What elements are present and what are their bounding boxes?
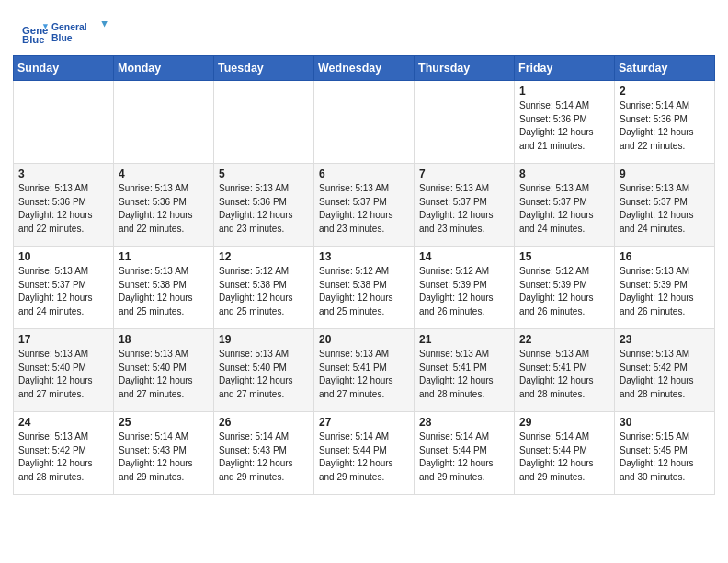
week-row-3: 10Sunrise: 5:13 AMSunset: 5:37 PMDayligh… [14, 247, 715, 329]
day-cell: 17Sunrise: 5:13 AMSunset: 5:40 PMDayligh… [14, 329, 114, 412]
day-cell: 15Sunrise: 5:12 AMSunset: 5:39 PMDayligh… [515, 247, 615, 329]
day-info: Sunrise: 5:13 AMSunset: 5:37 PMDaylight:… [519, 182, 609, 236]
day-cell [114, 81, 214, 164]
day-cell: 9Sunrise: 5:13 AMSunset: 5:37 PMDaylight… [615, 164, 715, 247]
day-number: 27 [319, 416, 409, 429]
day-info: Sunrise: 5:13 AMSunset: 5:36 PMDaylight:… [119, 182, 209, 236]
day-number: 8 [519, 167, 609, 180]
day-info: Sunrise: 5:14 AMSunset: 5:44 PMDaylight:… [319, 431, 409, 484]
day-cell: 1Sunrise: 5:14 AMSunset: 5:36 PMDaylight… [515, 81, 615, 164]
day-number: 7 [419, 167, 509, 180]
day-number: 22 [519, 333, 609, 346]
day-cell [14, 81, 114, 164]
day-number: 12 [219, 250, 309, 263]
day-info: Sunrise: 5:12 AMSunset: 5:38 PMDaylight:… [319, 265, 409, 318]
header-cell-sunday: Sunday [14, 56, 114, 81]
day-cell: 11Sunrise: 5:13 AMSunset: 5:38 PMDayligh… [114, 247, 214, 329]
day-number: 10 [18, 250, 108, 263]
day-cell: 23Sunrise: 5:13 AMSunset: 5:42 PMDayligh… [615, 329, 715, 412]
day-number: 26 [219, 416, 309, 429]
day-number: 20 [319, 333, 409, 346]
day-number: 24 [18, 416, 108, 429]
day-cell: 29Sunrise: 5:14 AMSunset: 5:44 PMDayligh… [515, 412, 615, 495]
day-number: 6 [319, 167, 409, 180]
day-info: Sunrise: 5:13 AMSunset: 5:40 PMDaylight:… [219, 348, 309, 401]
day-info: Sunrise: 5:12 AMSunset: 5:39 PMDaylight:… [519, 265, 609, 318]
svg-text:Blue: Blue [51, 33, 73, 43]
day-info: Sunrise: 5:13 AMSunset: 5:40 PMDaylight:… [18, 348, 108, 401]
day-number: 18 [119, 333, 209, 346]
calendar-wrapper: SundayMondayTuesdayWednesdayThursdayFrid… [0, 55, 728, 508]
day-number: 19 [219, 333, 309, 346]
day-cell: 6Sunrise: 5:13 AMSunset: 5:37 PMDaylight… [314, 164, 415, 247]
day-number: 2 [620, 85, 710, 98]
day-cell: 7Sunrise: 5:13 AMSunset: 5:37 PMDaylight… [415, 164, 515, 247]
day-info: Sunrise: 5:13 AMSunset: 5:42 PMDaylight:… [18, 431, 108, 484]
day-number: 17 [18, 333, 108, 346]
day-cell: 18Sunrise: 5:13 AMSunset: 5:40 PMDayligh… [114, 329, 214, 412]
header-cell-saturday: Saturday [615, 56, 715, 81]
day-number: 3 [18, 167, 108, 180]
day-cell: 26Sunrise: 5:14 AMSunset: 5:43 PMDayligh… [214, 412, 314, 495]
day-info: Sunrise: 5:14 AMSunset: 5:44 PMDaylight:… [419, 431, 509, 484]
day-number: 21 [419, 333, 509, 346]
day-number: 9 [620, 167, 710, 180]
header-cell-wednesday: Wednesday [314, 56, 415, 81]
day-number: 16 [620, 250, 710, 263]
day-number: 23 [620, 333, 710, 346]
week-row-2: 3Sunrise: 5:13 AMSunset: 5:36 PMDaylight… [14, 164, 715, 247]
day-cell: 3Sunrise: 5:13 AMSunset: 5:36 PMDaylight… [14, 164, 114, 247]
day-cell: 8Sunrise: 5:13 AMSunset: 5:37 PMDaylight… [515, 164, 615, 247]
day-cell: 25Sunrise: 5:14 AMSunset: 5:43 PMDayligh… [114, 412, 214, 495]
day-cell [415, 81, 515, 164]
day-cell: 28Sunrise: 5:14 AMSunset: 5:44 PMDayligh… [415, 412, 515, 495]
day-info: Sunrise: 5:13 AMSunset: 5:37 PMDaylight:… [319, 182, 409, 236]
logo-icon: General Blue [22, 19, 48, 45]
day-cell: 5Sunrise: 5:13 AMSunset: 5:36 PMDaylight… [214, 164, 314, 247]
calendar-table: SundayMondayTuesdayWednesdayThursdayFrid… [13, 55, 715, 495]
day-info: Sunrise: 5:13 AMSunset: 5:42 PMDaylight:… [620, 348, 710, 401]
day-info: Sunrise: 5:14 AMSunset: 5:36 PMDaylight:… [519, 99, 609, 153]
day-cell [214, 81, 314, 164]
svg-text:General: General [51, 22, 87, 32]
day-info: Sunrise: 5:13 AMSunset: 5:37 PMDaylight:… [18, 265, 108, 318]
day-info: Sunrise: 5:13 AMSunset: 5:37 PMDaylight:… [419, 182, 509, 236]
day-cell: 10Sunrise: 5:13 AMSunset: 5:37 PMDayligh… [14, 247, 114, 329]
day-number: 15 [519, 250, 609, 263]
day-info: Sunrise: 5:12 AMSunset: 5:38 PMDaylight:… [219, 265, 309, 318]
day-info: Sunrise: 5:13 AMSunset: 5:38 PMDaylight:… [119, 265, 209, 318]
day-info: Sunrise: 5:13 AMSunset: 5:37 PMDaylight:… [620, 182, 710, 236]
logo: General Blue General Blue [22, 17, 110, 48]
day-info: Sunrise: 5:12 AMSunset: 5:39 PMDaylight:… [419, 265, 509, 318]
day-number: 28 [419, 416, 509, 429]
day-number: 25 [119, 416, 209, 429]
day-info: Sunrise: 5:13 AMSunset: 5:41 PMDaylight:… [519, 348, 609, 401]
day-cell: 4Sunrise: 5:13 AMSunset: 5:36 PMDaylight… [114, 164, 214, 247]
page-header: General Blue General Blue [0, 0, 728, 55]
day-cell: 12Sunrise: 5:12 AMSunset: 5:38 PMDayligh… [214, 247, 314, 329]
header-cell-tuesday: Tuesday [214, 56, 314, 81]
calendar-header-row: SundayMondayTuesdayWednesdayThursdayFrid… [14, 56, 715, 81]
header-cell-monday: Monday [114, 56, 214, 81]
day-cell: 27Sunrise: 5:14 AMSunset: 5:44 PMDayligh… [314, 412, 415, 495]
day-info: Sunrise: 5:13 AMSunset: 5:41 PMDaylight:… [419, 348, 509, 401]
day-cell [314, 81, 415, 164]
day-cell: 13Sunrise: 5:12 AMSunset: 5:38 PMDayligh… [314, 247, 415, 329]
day-info: Sunrise: 5:13 AMSunset: 5:41 PMDaylight:… [319, 348, 409, 401]
svg-marker-4 [101, 21, 107, 27]
day-info: Sunrise: 5:14 AMSunset: 5:43 PMDaylight:… [219, 431, 309, 484]
day-number: 1 [519, 85, 609, 98]
day-info: Sunrise: 5:13 AMSunset: 5:40 PMDaylight:… [119, 348, 209, 401]
day-cell: 16Sunrise: 5:13 AMSunset: 5:39 PMDayligh… [615, 247, 715, 329]
header-cell-thursday: Thursday [415, 56, 515, 81]
day-info: Sunrise: 5:15 AMSunset: 5:45 PMDaylight:… [620, 431, 710, 484]
day-info: Sunrise: 5:13 AMSunset: 5:36 PMDaylight:… [18, 182, 108, 236]
day-cell: 2Sunrise: 5:14 AMSunset: 5:36 PMDaylight… [615, 81, 715, 164]
day-cell: 30Sunrise: 5:15 AMSunset: 5:45 PMDayligh… [615, 412, 715, 495]
day-cell: 24Sunrise: 5:13 AMSunset: 5:42 PMDayligh… [14, 412, 114, 495]
day-cell: 21Sunrise: 5:13 AMSunset: 5:41 PMDayligh… [415, 329, 515, 412]
week-row-1: 1Sunrise: 5:14 AMSunset: 5:36 PMDaylight… [14, 81, 715, 164]
day-info: Sunrise: 5:13 AMSunset: 5:36 PMDaylight:… [219, 182, 309, 236]
day-number: 29 [519, 416, 609, 429]
week-row-4: 17Sunrise: 5:13 AMSunset: 5:40 PMDayligh… [14, 329, 715, 412]
